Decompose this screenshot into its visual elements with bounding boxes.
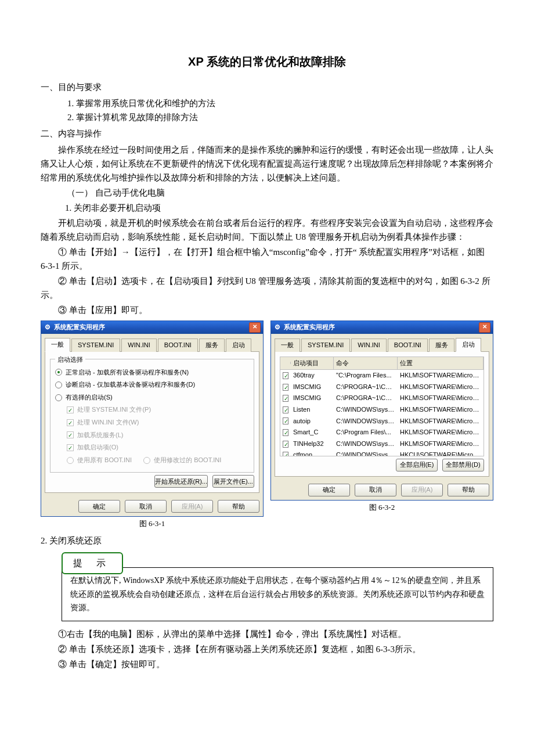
checkbox-icon: [67, 431, 74, 438]
startup-item-command: C:\WINDOWS\system...: [334, 416, 398, 427]
checkbox-icon[interactable]: [283, 429, 288, 436]
checkbox-icon[interactable]: [283, 395, 288, 402]
tab-services[interactable]: 服务: [199, 339, 225, 352]
section-1-head: 一、目的与要求: [41, 80, 493, 94]
tab-winini[interactable]: WIN.INI: [351, 339, 387, 352]
app-icon: ⚙: [45, 322, 50, 333]
checkbox-icon[interactable]: [283, 372, 288, 379]
check-load-startup: 加载启动项(O): [67, 442, 249, 453]
checkbox-icon[interactable]: [283, 406, 288, 413]
startup-list[interactable]: 启动项目 命令 位置 360tray"C:\Program Files...HK…: [280, 357, 484, 456]
enable-all-button[interactable]: 全部启用(E): [396, 459, 438, 471]
tab-general[interactable]: 一般: [275, 339, 300, 352]
tab-startup[interactable]: 启动: [456, 338, 481, 352]
checkbox-icon[interactable]: [283, 441, 288, 448]
cancel-button[interactable]: 取消: [125, 500, 167, 513]
radio-diagnostic-startup[interactable]: 诊断启动 - 仅加载基本设备驱动程序和服务(D): [55, 380, 249, 390]
startup-item-location: HKLM\SOFTWARE\Microsoft\Windows\Current.…: [398, 427, 484, 438]
tab-bootini[interactable]: BOOT.INI: [158, 339, 198, 352]
radio-bootini-original: 使用原有 BOOT.INI 使用修改过的 BOOT.INI: [67, 455, 249, 466]
tab-bootini[interactable]: BOOT.INI: [388, 339, 428, 352]
cancel-button[interactable]: 取消: [355, 484, 396, 496]
help-button[interactable]: 帮助: [218, 500, 259, 513]
check-load-services: 加载系统服务(L): [67, 430, 249, 441]
tab-services[interactable]: 服务: [429, 339, 454, 352]
startup-item-location: HKCU\SOFTWARE\Microsoft\Windows\Current.…: [398, 449, 484, 456]
startup-item-command: C:\WINDOWS\system...: [334, 404, 398, 416]
titlebar[interactable]: ⚙ 系统配置实用程序 ✕: [271, 321, 493, 334]
list-item[interactable]: IMSCMIGC:\PROGRA~1\COMMO...HKLM\SOFTWARE…: [280, 381, 484, 393]
figure-caption: 图 6-3-2: [270, 502, 493, 514]
figure-caption: 图 6-3-1: [41, 518, 264, 530]
ok-button[interactable]: 确定: [78, 500, 120, 513]
radio-icon: [55, 369, 62, 376]
list-item[interactable]: ListenC:\WINDOWS\system...HKLM\SOFTWARE\…: [280, 404, 484, 416]
startup-item-name: ctfmon: [291, 449, 334, 456]
check-label: 处理 WIN.INI 文件(W): [77, 417, 139, 428]
check-label: 加载系统服务(L): [77, 430, 123, 441]
radio-icon: [55, 394, 62, 401]
goal-item: 1. 掌握常用系统日常优化和维护的方法: [67, 96, 493, 110]
ok-button[interactable]: 确定: [308, 484, 350, 496]
list-item[interactable]: Smart_CC:\Program Files\...HKLM\SOFTWARE…: [280, 427, 484, 438]
step-text: ③ 单击【应用】即可。: [41, 303, 493, 317]
startup-item-command: C:\WINDOWS\system...: [334, 438, 398, 450]
startup-item-name: Smart_C: [291, 427, 334, 438]
tab-bar: 一般 SYSTEM.INI WIN.INI BOOT.INI 服务 启动: [41, 334, 263, 351]
disable-all-button[interactable]: 全部禁用(D): [442, 459, 484, 471]
page-title: XP 系统的日常优化和故障排除: [41, 52, 493, 71]
startup-item-command: "C:\Program Files...: [334, 370, 398, 381]
startup-selection-group: 启动选择 正常启动 - 加载所有设备驱动程序和服务(N) 诊断启动 - 仅加载基…: [50, 359, 254, 473]
checkbox-icon[interactable]: [283, 417, 288, 424]
radio-label: 诊断启动 - 仅加载基本设备驱动程序和服务(D): [66, 380, 195, 390]
startup-item-command: C:\PROGRA~1\COMMO...: [334, 393, 398, 404]
radio-selective-startup[interactable]: 有选择的启动(S): [55, 393, 249, 403]
tab-winini[interactable]: WIN.INI: [121, 339, 157, 352]
list-item[interactable]: ctfmonC:\WINDOWS\system...HKCU\SOFTWARE\…: [280, 449, 484, 456]
list-item[interactable]: TINHelp32C:\WINDOWS\system...HKLM\SOFTWA…: [280, 438, 484, 450]
subsection-head: （一） 自己动手优化电脑: [41, 186, 493, 200]
check-process-winini: 处理 WIN.INI 文件(W): [67, 417, 249, 428]
startup-item-command: C:\Program Files\...: [334, 427, 398, 438]
system-restore-button[interactable]: 开始系统还原(R)...: [154, 475, 208, 488]
help-button[interactable]: 帮助: [448, 484, 489, 496]
titlebar[interactable]: ⚙ 系统配置实用程序 ✕: [41, 321, 263, 334]
tab-startup[interactable]: 启动: [226, 339, 251, 352]
tab-systemini[interactable]: SYSTEM.INI: [301, 339, 350, 352]
radio-icon: [67, 457, 74, 464]
startup-item-name: autoip: [291, 416, 334, 427]
window-title: 系统配置实用程序: [284, 322, 335, 333]
radio-label: 正常启动 - 加载所有设备驱动程序和服务(N): [66, 368, 189, 378]
apply-button[interactable]: 应用(A): [171, 500, 213, 513]
step-text: ①右击【我的电脑】图标，从弹出的菜单中选择【属性】命令，弹出【系统属性】对话框。: [41, 627, 493, 641]
startup-item-name: TINHelp32: [291, 438, 334, 450]
check-label: 加载启动项(O): [77, 442, 118, 453]
goal-item: 2. 掌握计算机常见故障的排除方法: [67, 110, 493, 124]
list-item[interactable]: IMSCMIGC:\PROGRA~1\COMMO...HKLM\SOFTWARE…: [280, 393, 484, 404]
expand-files-button[interactable]: 展开文件(E)...: [212, 475, 254, 488]
check-process-systemini: 处理 SYSTEM.INI 文件(P): [67, 405, 249, 415]
tab-systemini[interactable]: SYSTEM.INI: [71, 339, 120, 352]
close-icon[interactable]: ✕: [249, 322, 261, 333]
close-icon[interactable]: ✕: [479, 322, 490, 333]
checkbox-icon[interactable]: [283, 384, 288, 391]
step-text: ② 单击【启动】选项卡，在【启动项目】列找到 U8 管理服务选项，清除其前面的复…: [41, 274, 493, 302]
step-text: ② 单击【系统还原】选项卡，选择【在所有驱动器上关闭系统还原】复选框，如图 6-…: [41, 642, 493, 656]
tip-box: 在默认情况下, WindowsXP 系统中系统还原功能处于启用状态，在每个驱动器…: [62, 567, 493, 621]
list-item[interactable]: autoipC:\WINDOWS\system...HKLM\SOFTWARE\…: [280, 416, 484, 427]
document-page: XP 系统的日常优化和故障排除 一、目的与要求 1. 掌握常用系统日常优化和维护…: [0, 0, 534, 707]
checkbox-icon: [67, 444, 74, 451]
checkbox-icon: [67, 419, 74, 426]
intro-paragraph: 操作系统在经过一段时间使用之后，伴随而来的是操作系统的臃肿和运行的缓慢，有时还会…: [41, 143, 493, 185]
startup-item-name: IMSCMIG: [291, 381, 334, 393]
section-2-head: 二、内容与操作: [41, 127, 493, 141]
radio-label: 使用原有 BOOT.INI: [77, 455, 132, 466]
startup-item-command: C:\WINDOWS\system...: [334, 449, 398, 456]
list-item[interactable]: 360tray"C:\Program Files...HKLM\SOFTWARE…: [280, 370, 484, 381]
radio-normal-startup[interactable]: 正常启动 - 加载所有设备驱动程序和服务(N): [55, 368, 249, 378]
checkbox-icon[interactable]: [283, 452, 288, 456]
radio-icon: [143, 457, 150, 464]
tip-label: 提 示: [62, 552, 123, 574]
apply-button[interactable]: 应用(A): [401, 484, 443, 496]
tab-general[interactable]: 一般: [45, 338, 70, 352]
